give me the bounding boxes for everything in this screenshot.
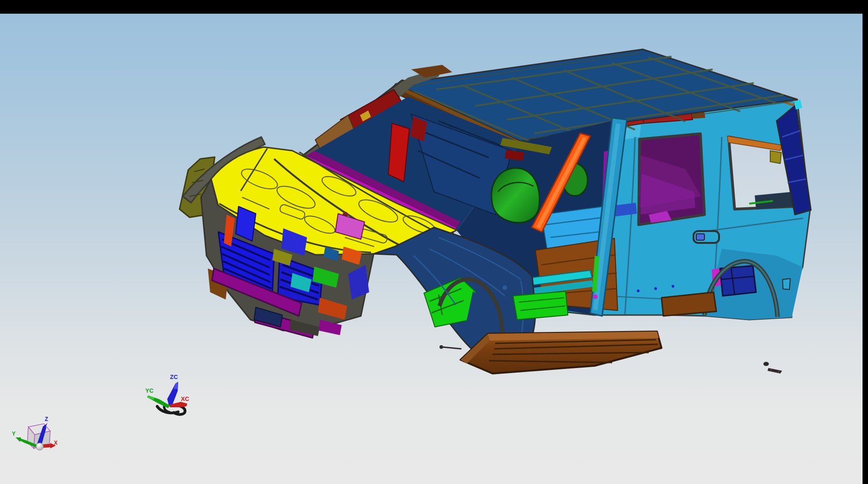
- application-window: ZC YC XC: [0, 0, 868, 484]
- view-orient-triad[interactable]: Z Y X: [12, 416, 58, 450]
- car-body-model[interactable]: [180, 49, 811, 374]
- view-label-x: X: [54, 440, 58, 446]
- loose-fasteners[interactable]: [763, 362, 782, 374]
- wcs-label-zc: ZC: [170, 374, 178, 380]
- floor-panels[interactable]: [513, 291, 568, 320]
- view-label-z: Z: [45, 416, 48, 422]
- right-black-bar: [863, 0, 868, 484]
- wcs-label-xc: XC: [181, 395, 190, 402]
- top-black-bar: [0, 0, 868, 14]
- wcs-label-yc: YC: [145, 387, 154, 394]
- viewport-3d[interactable]: ZC YC XC: [0, 14, 863, 484]
- wcs-triad[interactable]: ZC YC XC: [145, 374, 190, 415]
- rear-door-window-opening[interactable]: [639, 134, 704, 225]
- view-label-y: Y: [12, 431, 16, 437]
